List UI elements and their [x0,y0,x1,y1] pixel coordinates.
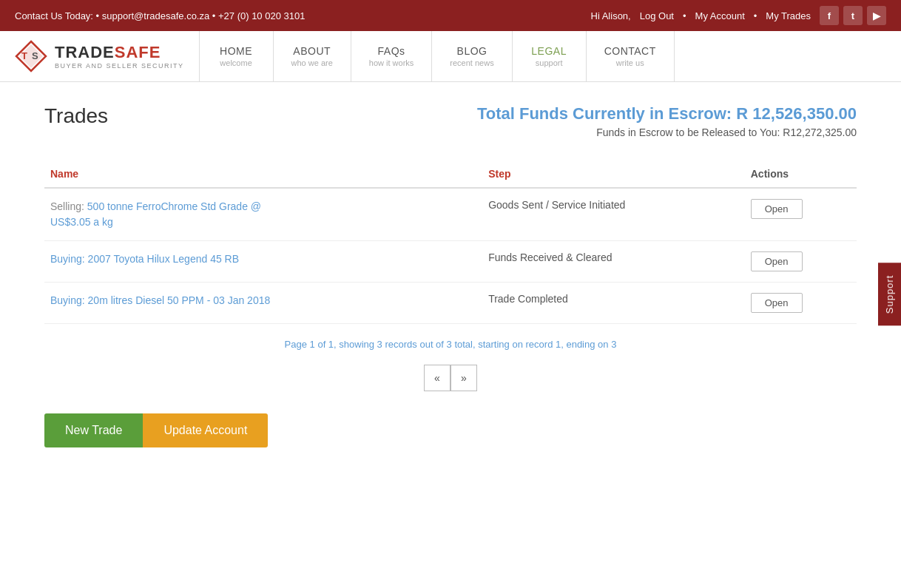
logo-trade: TRADE [55,43,115,62]
trade-name-3: Buying: 20m litres Diesel 50 PPM - 03 Ja… [50,293,287,308]
logout-link[interactable]: Log Out [640,10,674,21]
escrow-info: Total Funds Currently in Escrow: R 12,52… [477,104,857,138]
table-row: Selling: 500 tonne FerroChrome Std Grade… [44,188,857,241]
trade-name-2: Buying: 2007 Toyota Hilux Legend 45 RB [50,251,287,267]
open-button-2[interactable]: Open [751,251,803,271]
update-account-button[interactable]: Update Account [143,413,268,447]
table-row: Buying: 2007 Toyota Hilux Legend 45 RB F… [44,241,857,283]
escrow-total: Total Funds Currently in Escrow: R 12,52… [477,104,857,124]
svg-text:S: S [32,50,38,61]
nav-legal[interactable]: LEGAL support [513,31,587,81]
support-tab[interactable]: Support [878,263,901,325]
escrow-release: Funds in Escrow to be Released to You: R… [477,126,857,138]
logo-subtitle: BUYER AND SELLER SECURITY [55,62,184,70]
logo-text: TRADE SAFE BUYER AND SELLER SECURITY [55,43,184,70]
trade-step-2: Funds Received & Cleared [488,251,612,263]
page-title: Trades [44,104,108,128]
twitter-icon[interactable]: t [843,6,863,25]
top-bar-right: Hi Alison, Log Out • My Account • My Tra… [591,6,886,25]
my-account-link[interactable]: My Account [695,10,745,21]
next-page-button[interactable]: » [450,365,477,391]
logo-icon: T S [15,40,47,72]
pagination-info: Page 1 of 1, showing 3 records out of 3 … [44,339,857,350]
prev-page-button[interactable]: « [424,365,450,391]
logo-safe: SAFE [115,43,161,62]
nav-faqs[interactable]: FAQs how it works [351,31,433,81]
nav-blog[interactable]: BLOG recent news [432,31,512,81]
col-header-name: Name [44,160,482,188]
col-header-step: Step [482,160,745,188]
youtube-icon[interactable]: ▶ [867,6,886,25]
contact-info: Contact Us Today: • support@tradesafe.co… [15,10,305,21]
page-header: Trades Total Funds Currently in Escrow: … [44,104,857,138]
nav-about[interactable]: ABOUT who we are [274,31,351,81]
open-button-1[interactable]: Open [751,199,803,219]
greeting-text: Hi Alison, [591,10,631,21]
my-trades-link[interactable]: My Trades [766,10,811,21]
facebook-icon[interactable]: f [820,6,839,25]
pagination-controls: « » [44,365,857,391]
col-header-actions: Actions [745,160,857,188]
open-button-3[interactable]: Open [751,293,803,313]
top-bar: Contact Us Today: • support@tradesafe.co… [0,0,901,31]
trades-table: Name Step Actions Selling: 500 tonne Fer… [44,160,857,324]
bottom-buttons: New Trade Update Account [44,413,857,447]
trade-step-1: Goods Sent / Service Initiated [488,199,625,211]
svg-text:T: T [21,50,27,61]
logo-area: T S TRADE SAFE BUYER AND SELLER SECURITY [0,31,200,81]
trade-step-3: Trade Completed [488,293,568,305]
nav-wrapper: T S TRADE SAFE BUYER AND SELLER SECURITY… [0,31,901,82]
nav-contact[interactable]: CONTACT write us [587,31,675,81]
nav-home[interactable]: HOME welcome [200,31,274,81]
table-row: Buying: 20m litres Diesel 50 PPM - 03 Ja… [44,283,857,324]
new-trade-button[interactable]: New Trade [44,413,143,447]
social-icons: f t ▶ [820,6,886,25]
nav-links: HOME welcome ABOUT who we are FAQs how i… [200,31,901,81]
main-content: Trades Total Funds Currently in Escrow: … [0,82,901,477]
trade-name-1: Selling: 500 tonne FerroChrome Std Grade… [50,199,287,230]
